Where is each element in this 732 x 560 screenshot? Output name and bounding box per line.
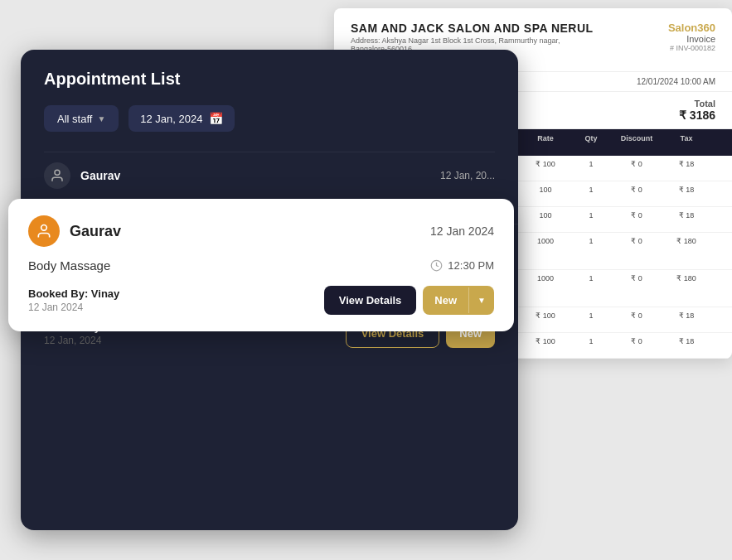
row-tax: ₹ 18 [657,160,715,168]
staff-filter-label: All staff [57,113,92,125]
card-service-row: Body Massage 12:30 PM [28,258,494,273]
row-qty: 1 [566,237,616,245]
customer-row[interactable]: Gaurav 12 Jan, 20... [44,152,495,199]
row-qty: 1 [566,311,616,320]
clock-icon [430,259,443,272]
row-qty: 1 [566,186,616,194]
row-qty: 1 [566,160,616,168]
date-filter-button[interactable]: 12 Jan, 2024 📅 [128,105,235,132]
salon-logo: Salon360 [668,22,715,34]
row-discount: ₹ 0 [616,237,657,245]
service-time-value: 12:30 PM [448,259,494,272]
row-rate: ₹ 100 [525,160,566,168]
customer-name: Gaurav [80,169,440,182]
row-discount: ₹ 0 [616,211,657,220]
invoice-label: Invoice [668,34,715,44]
card-header-left: Gaurav [28,215,121,247]
calendar-icon: 📅 [209,112,223,125]
row-tax: ₹ 18 [657,211,715,220]
card-customer-name: Gaurav [70,223,121,240]
expanded-appointment-card: Gaurav 12 Jan 2024 Body Massage 12:30 PM… [8,199,514,331]
row-rate: ₹ 100 [525,337,566,345]
view-details-button[interactable]: View Details [324,286,417,315]
booked-date: 12 Jan 2024 [28,302,119,313]
panel-title: Appointment List [44,70,495,89]
row-rate: ₹ 100 [525,311,566,320]
staff-filter-button[interactable]: All staff ▼ [44,105,119,132]
total-label: Total [679,99,715,109]
card-header: Gaurav 12 Jan 2024 [28,215,494,247]
booked-by-label: Booked By: [28,287,88,300]
col-rate: Rate [525,134,566,142]
new-status-dropdown[interactable]: New ▼ [423,286,494,315]
invoice-total-box: Total ₹ 3186 [679,99,715,122]
col-qty: Qty [566,134,616,142]
row-discount: ₹ 0 [616,186,657,194]
booked-info: Booked By: Vinay 12 Jan 2024 [28,287,119,313]
row-discount: ₹ 0 [616,274,657,282]
row-rate: 100 [525,211,566,220]
card-service-name: Body Massage [28,258,110,273]
row-discount: ₹ 0 [616,311,657,320]
col-discount: Discount [616,134,657,142]
avatar [28,215,60,247]
new-label: New [423,286,468,315]
total-value: ₹ 3186 [679,109,715,122]
booked-date: 12 Jan, 2024 [44,335,137,346]
row-discount: ₹ 0 [616,160,657,168]
svg-point-4 [41,225,47,231]
card-time: 12:30 PM [430,259,494,272]
row-qty: 1 [566,211,616,220]
card-actions: View Details New ▼ [324,286,494,315]
row-rate: 100 [525,186,566,194]
date-filter-label: 12 Jan, 2024 [140,113,202,125]
chevron-down-icon[interactable]: ▼ [468,287,494,313]
card-date: 12 Jan 2024 [430,224,494,238]
row-tax: ₹ 18 [657,186,715,194]
filter-row: All staff ▼ 12 Jan, 2024 📅 [44,105,495,132]
col-tax: Tax [657,134,715,142]
invoice-number: # INV-000182 [668,44,715,52]
row-tax: ₹ 18 [657,337,715,345]
row-discount: ₹ 0 [616,337,657,345]
card-footer: Booked By: Vinay 12 Jan 2024 View Detail… [28,286,494,315]
row-rate: 1000 [525,237,566,245]
row-qty: 1 [566,274,616,282]
chevron-down-icon: ▼ [97,114,105,123]
row-rate: 1000 [525,274,566,282]
row-tax: ₹ 180 [657,274,715,282]
row-tax: ₹ 180 [657,237,715,245]
svg-point-0 [55,170,60,175]
row-qty: 1 [566,337,616,345]
booked-by-value: Vinay [91,287,119,300]
invoice-logo-area: Salon360 Invoice # INV-000182 [668,22,715,52]
view-details-label: View Details [339,294,402,307]
customer-avatar-icon [44,162,70,189]
salon-name: SAM AND JACK SALON AND SPA NERUL [351,22,594,35]
customer-date: 12 Jan, 20... [440,170,495,181]
booked-by-text: Booked By: Vinay [28,287,119,300]
row-tax: ₹ 18 [657,311,715,320]
